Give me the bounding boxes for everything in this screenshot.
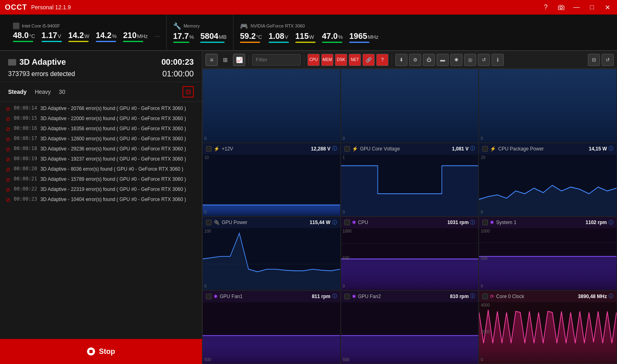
- y-label-gpu-power-bot: 0: [204, 284, 207, 288]
- chart-icon-gpu-fan2: [344, 294, 350, 299]
- toolbar-divider-icon[interactable]: ▬: [437, 54, 449, 66]
- chart-label-gpu-fan2: GPU Fan2: [358, 294, 381, 299]
- chart-info-cpu-power[interactable]: ⓘ: [609, 145, 613, 152]
- chart-value-row-gpu-fan2: 810 rpm ⓘ: [450, 293, 475, 300]
- log-time: 00:00:15: [14, 115, 37, 121]
- stop-button[interactable]: Stop: [6, 343, 196, 360]
- mode-value[interactable]: 30: [59, 89, 66, 95]
- chart-value-row-gpu-fan1: 811 rpm ⓘ: [312, 293, 337, 300]
- cpu-more-icon[interactable]: ···: [154, 33, 159, 40]
- mode-steady[interactable]: Steady: [8, 89, 27, 95]
- toolbar-info-icon[interactable]: ℹ: [492, 54, 504, 66]
- toolbar-fan-icon[interactable]: ✱: [450, 54, 462, 66]
- close-button[interactable]: ✕: [602, 2, 612, 12]
- toolbar-net-icon[interactable]: NET: [349, 54, 361, 66]
- chart-body-gpu-volt: 1 0: [341, 154, 479, 216]
- chart-value-row-cpu-power: 14,15 W ⓘ: [589, 145, 613, 152]
- log-entry: ⊘ 00:00:22 3D Adaptive - 22319 error(s) …: [0, 184, 202, 195]
- gpu-freq: 1965 MHz: [349, 32, 378, 43]
- log-time: 00:00:19: [14, 156, 37, 161]
- chart-header-left-sys-fan: ✱ System 1: [482, 220, 516, 225]
- chart-info-gpu-volt[interactable]: ⓘ: [470, 145, 475, 152]
- y-label-cpu-fan-mid: 500: [343, 256, 350, 260]
- toolbar-grid-view[interactable]: ⊞: [219, 54, 231, 66]
- titlebar: OCCT Personal 12.1.9 ? — □ ✕: [0, 0, 617, 15]
- toolbar-gauge-icon[interactable]: ◎: [464, 54, 476, 66]
- chart-value-gpu-fan1: 811 rpm: [312, 294, 331, 299]
- cpu-freq: 210 MHz: [123, 31, 148, 42]
- toolbar-filter-icon[interactable]: ⊟: [588, 54, 600, 66]
- log-text: 3D Adaptive - 8036 error(s) found ( GPU …: [40, 166, 183, 173]
- y-label-gpu-volt-top: 1: [343, 155, 345, 160]
- chart-info-core-clock[interactable]: ⓘ: [609, 293, 613, 300]
- copy-icon[interactable]: ⧉: [182, 86, 194, 97]
- toolbar-settings-icon[interactable]: ⚙: [409, 54, 421, 66]
- log-text: 3D Adaptive - 16356 error(s) found ( GPU…: [40, 125, 186, 132]
- log-entry: ⊘ 00:00:16 3D Adaptive - 16356 error(s) …: [0, 124, 202, 134]
- chart-cpu-fan: ✱ CPU 1031 rpm ⓘ: [341, 216, 479, 290]
- chart-header-core-clock: ⟳ Core 0 Clock 3890,48 MHz ⓘ: [479, 291, 617, 302]
- chart-body-cpu-power: 20 0: [479, 154, 617, 216]
- chart-header-left-gpu-power: 🔌 GPU Power: [206, 220, 247, 225]
- chart-header-gpu-fan2: ✱ GPU Fan2 810 rpm ⓘ: [341, 291, 479, 302]
- y-label-sys-fan-bot: 0: [481, 284, 483, 288]
- chart-core-clock: ⟳ Core 0 Clock 3890,48 MHz ⓘ: [479, 290, 617, 364]
- chart-info-gpu-power[interactable]: ⓘ: [332, 219, 337, 226]
- toolbar-download-icon[interactable]: ⬇: [395, 54, 407, 66]
- chart-cpu-power: ⚡ CPU Package Power 14,15 W ⓘ: [479, 143, 617, 217]
- gpu-power-bar: [295, 42, 316, 43]
- toolbar-power-icon[interactable]: ⏻: [423, 54, 435, 66]
- chart-value-gpu-power: 115,44 W: [310, 220, 330, 225]
- gpu-power: 115 W: [295, 32, 316, 43]
- chart-icon-v12: [206, 146, 212, 152]
- toolbar-sep-3: [392, 55, 392, 65]
- cpu-temp: 48.0 °C: [13, 31, 35, 42]
- toolbar-refresh-icon[interactable]: ↺: [478, 54, 490, 66]
- gpu-values: 59.2 °C 1.08 V 115 W: [240, 32, 381, 43]
- y-label-0b: 0: [343, 136, 345, 141]
- chart-value-gpu-volt: 1,081 V: [452, 146, 469, 152]
- chart-value-row-sys-fan: 1102 rpm ⓘ: [585, 219, 613, 226]
- chart-info-gpu-fan2[interactable]: ⓘ: [470, 293, 475, 300]
- power-icon-cpu-power: ⚡: [490, 146, 496, 152]
- cpu-section: Intel Core i5-9400F 48.0 °C 1.17 V 14.2: [6, 15, 167, 50]
- filter-input[interactable]: [252, 54, 301, 66]
- gpu-volt: 1.08 V: [269, 32, 289, 43]
- screenshot-button[interactable]: [556, 2, 566, 12]
- minimize-button[interactable]: —: [572, 2, 581, 12]
- chart-gpu-fan1: ✱ GPU Fan1 811 rpm ⓘ 500: [202, 290, 341, 364]
- log-time: 00:00:23: [14, 196, 37, 202]
- toolbar-disk-icon[interactable]: DSK: [335, 54, 347, 66]
- chart-info-sys-fan[interactable]: ⓘ: [609, 219, 613, 226]
- log-time: 00:00:21: [14, 176, 37, 182]
- toolbar-cpu-icon[interactable]: CPU: [307, 54, 320, 66]
- toolbar-link-icon[interactable]: 🔗: [363, 54, 375, 66]
- chart-value-row-v12: 12,288 V ⓘ: [311, 145, 337, 152]
- toolbar-help-icon[interactable]: ?: [376, 54, 388, 66]
- gpu-section: 🎮 NVIDIA GeForce RTX 3060 59.2 °C 1.08 V: [233, 15, 387, 50]
- log-area[interactable]: ⊘ 00:00:14 3D Adaptive - 20766 error(s) …: [0, 102, 202, 339]
- test-controls: Steady Heavy 30 ⧉: [0, 82, 202, 102]
- toolbar-reset-icon[interactable]: ↺: [602, 54, 614, 66]
- y-label-cpu-fan-top: 1000: [343, 229, 352, 233]
- chart-label-gpu-volt: GPU Core Voltage: [360, 146, 400, 152]
- svg-marker-25: [341, 335, 479, 364]
- toolbar-list-view[interactable]: ≡: [206, 54, 218, 66]
- chart-info-v12[interactable]: ⓘ: [332, 145, 337, 152]
- help-button[interactable]: ?: [541, 2, 551, 12]
- chart-info-cpu-fan[interactable]: ⓘ: [470, 219, 475, 226]
- chart-value-row-core-clock: 3890,48 MHz ⓘ: [578, 293, 613, 300]
- maximize-button[interactable]: □: [587, 2, 597, 12]
- log-entry: ⊘ 00:00:19 3D Adaptive - 19237 error(s) …: [0, 154, 202, 164]
- log-time: 00:00:16: [14, 125, 37, 131]
- svg-marker-22: [203, 335, 340, 364]
- chart-body-v12: 10 0: [203, 154, 340, 216]
- log-entry: ⊘ 00:00:23 3D Adaptive - 10404 error(s) …: [0, 195, 202, 205]
- toolbar-graph-view[interactable]: 📈: [233, 54, 245, 66]
- log-entry: ⊘ 00:00:18 3D Adaptive - 29236 error(s) …: [0, 144, 202, 154]
- mode-heavy[interactable]: Heavy: [35, 89, 51, 95]
- mem-label: 🔧 Memory: [173, 22, 227, 30]
- chart-gpu-power: 🔌 GPU Power 115,44 W ⓘ: [202, 216, 341, 290]
- toolbar-mem-icon[interactable]: MEM: [321, 54, 333, 66]
- chart-info-gpu-fan1[interactable]: ⓘ: [332, 293, 337, 300]
